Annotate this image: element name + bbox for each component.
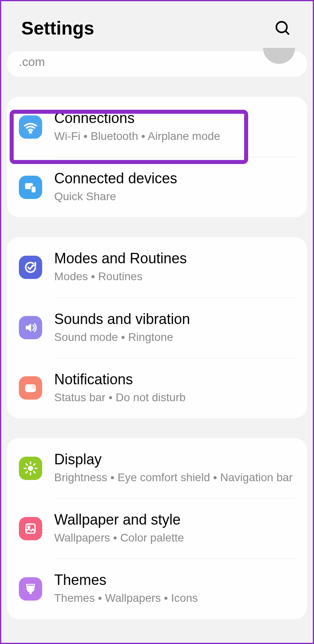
item-title: Themes xyxy=(54,572,295,589)
modes-icon xyxy=(19,256,42,279)
notifications-icon xyxy=(19,376,42,400)
wallpaper-icon xyxy=(19,517,42,540)
settings-group-connections: Connections Wi-Fi • Bluetooth • Airplane… xyxy=(7,97,307,217)
item-text: Modes and Routines Modes • Routines xyxy=(54,250,295,284)
svg-rect-4 xyxy=(31,186,36,193)
search-button[interactable] xyxy=(273,18,293,38)
svg-line-13 xyxy=(26,464,27,465)
svg-point-2 xyxy=(30,131,31,133)
svg-point-8 xyxy=(28,466,33,471)
header: Settings xyxy=(1,1,313,51)
svg-line-16 xyxy=(34,464,35,465)
svg-point-0 xyxy=(276,22,287,32)
search-icon xyxy=(274,20,291,37)
item-connected-devices[interactable]: Connected devices Quick Share xyxy=(7,157,307,217)
item-text: Display Brightness • Eye comfort shield … xyxy=(54,451,295,485)
item-modes-routines[interactable]: Modes and Routines Modes • Routines xyxy=(7,237,307,297)
item-themes[interactable]: Themes Themes • Wallpapers • Icons xyxy=(7,559,307,619)
item-subtitle: Sound mode • Ringtone xyxy=(54,329,295,345)
item-title: Display xyxy=(54,451,295,468)
item-subtitle: Brightness • Eye comfort shield • Naviga… xyxy=(54,470,295,485)
svg-point-18 xyxy=(28,526,30,527)
svg-point-7 xyxy=(33,386,35,388)
avatar xyxy=(263,48,295,64)
settings-group-modes: Modes and Routines Modes • Routines Soun… xyxy=(7,237,307,418)
devices-icon xyxy=(19,176,42,199)
svg-line-15 xyxy=(26,471,27,472)
themes-icon xyxy=(19,577,42,601)
item-subtitle: Quick Share xyxy=(54,189,295,204)
sound-icon xyxy=(19,316,42,339)
item-sounds-vibration[interactable]: Sounds and vibration Sound mode • Ringto… xyxy=(7,298,307,358)
item-text: Connected devices Quick Share xyxy=(54,170,295,204)
wifi-icon xyxy=(19,115,42,139)
item-title: Sounds and vibration xyxy=(54,311,295,328)
item-subtitle: Wi-Fi • Bluetooth • Airplane mode xyxy=(54,128,295,144)
svg-line-1 xyxy=(285,31,289,35)
item-title: Connected devices xyxy=(54,170,295,187)
item-subtitle: Wallpapers • Color palette xyxy=(54,530,295,546)
item-subtitle: Modes • Routines xyxy=(54,269,295,284)
item-text: Connections Wi-Fi • Bluetooth • Airplane… xyxy=(54,110,295,144)
item-title: Wallpaper and style xyxy=(54,511,295,528)
account-email-fragment: .com xyxy=(19,55,45,69)
item-text: Wallpaper and style Wallpapers • Color p… xyxy=(54,511,295,546)
item-text: Themes Themes • Wallpapers • Icons xyxy=(54,572,295,606)
item-title: Notifications xyxy=(54,371,295,388)
item-text: Sounds and vibration Sound mode • Ringto… xyxy=(54,311,295,345)
display-icon xyxy=(19,457,42,480)
item-title: Modes and Routines xyxy=(54,250,295,267)
item-title: Connections xyxy=(54,110,295,127)
item-subtitle: Themes • Wallpapers • Icons xyxy=(54,590,295,606)
item-notifications[interactable]: Notifications Status bar • Do not distur… xyxy=(7,358,307,418)
item-text: Notifications Status bar • Do not distur… xyxy=(54,371,295,405)
item-display[interactable]: Display Brightness • Eye comfort shield … xyxy=(7,438,307,498)
svg-line-14 xyxy=(34,471,35,472)
svg-rect-17 xyxy=(26,524,35,533)
item-wallpaper-style[interactable]: Wallpaper and style Wallpapers • Color p… xyxy=(7,498,307,558)
account-card[interactable]: .com xyxy=(7,51,307,77)
item-connections[interactable]: Connections Wi-Fi • Bluetooth • Airplane… xyxy=(7,97,307,157)
settings-group-display: Display Brightness • Eye comfort shield … xyxy=(7,438,307,619)
item-subtitle: Status bar • Do not disturb xyxy=(54,390,295,405)
page-title: Settings xyxy=(21,17,94,39)
